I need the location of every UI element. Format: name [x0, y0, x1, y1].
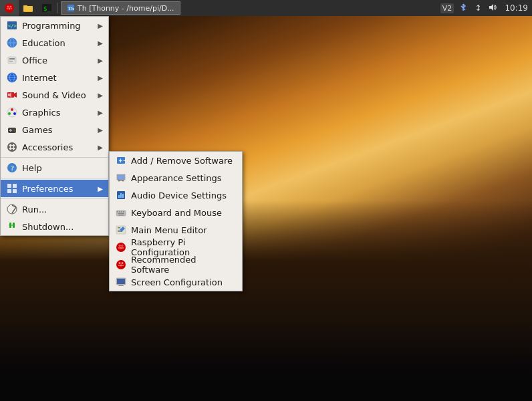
svg-point-90	[122, 262, 124, 264]
menu-item-games[interactable]: Games ▶	[1, 121, 108, 138]
menu-item-education[interactable]: Education ▶	[1, 34, 108, 51]
preferences-label: Preferences	[22, 184, 73, 194]
add-remove-svg: +−	[116, 155, 126, 166]
recommended-svg	[116, 259, 126, 270]
internet-arrow: ▶	[98, 74, 103, 82]
accessories-icon	[6, 141, 18, 153]
submenu-item-rpi-config[interactable]: Raspberry Pi Configuration	[110, 239, 242, 256]
svg-point-86	[118, 247, 120, 249]
clock: 10:19	[502, 3, 528, 13]
sound-video-arrow: ▶	[98, 92, 103, 99]
menu-item-internet[interactable]: Internet ▶	[1, 69, 108, 86]
tray-volume[interactable]	[486, 3, 499, 14]
svg-rect-45	[14, 146, 16, 148]
submenu-item-add-remove[interactable]: +− Add / Remove Software	[110, 152, 242, 169]
svg-text:?: ?	[11, 164, 14, 172]
education-svg	[7, 37, 17, 48]
internet-label: Internet	[22, 73, 57, 83]
programming-label: Programming	[22, 21, 81, 31]
graphics-svg	[7, 107, 17, 118]
raspberry-menu-button[interactable]	[0, 0, 19, 16]
accessories-label: Accessories	[22, 142, 73, 152]
rpi-config-svg	[116, 242, 126, 253]
add-remove-icon: +−	[115, 154, 127, 166]
svg-point-93	[122, 265, 124, 266]
svg-text:Th: Th	[68, 6, 74, 11]
audio-svg	[116, 190, 126, 200]
sound-video-label: Sound & Video	[22, 90, 86, 100]
internet-svg	[7, 72, 17, 83]
office-svg	[7, 55, 17, 65]
svg-point-39	[15, 130, 16, 132]
screen-icon	[115, 276, 127, 288]
menu-separator-1	[1, 157, 108, 158]
submenu-item-recommended[interactable]: Recommended Software	[110, 256, 242, 273]
menu-separator-2	[1, 178, 108, 178]
tray-network[interactable]: ↕	[473, 3, 483, 13]
svg-rect-66	[118, 195, 120, 198]
appearance-svg	[116, 172, 126, 183]
thonny-window-button[interactable]: Th Th [Thonny - /home/pi/D...	[61, 1, 180, 15]
submenu-item-menu-editor[interactable]: Main Menu Editor	[110, 221, 242, 239]
svg-point-34	[8, 112, 11, 115]
taskbar-left: $_ Th Th [Thonny - /home/pi/D...	[0, 0, 440, 16]
menu-item-sound-video[interactable]: Sound & Video ▶	[1, 86, 108, 104]
svg-rect-96	[119, 285, 123, 285]
menu-item-programming[interactable]: </> Programming ▶	[1, 17, 108, 34]
terminal-button[interactable]: $_	[37, 0, 56, 16]
add-remove-label: Add / Remove Software	[131, 156, 233, 166]
preferences-arrow: ▶	[98, 185, 103, 192]
main-menu: </> Programming ▶ Education ▶	[0, 16, 109, 236]
menu-item-office[interactable]: Office ▶	[1, 51, 108, 69]
filemanager-button[interactable]	[19, 0, 37, 16]
svg-rect-70	[117, 211, 118, 213]
svg-rect-49	[13, 184, 17, 188]
tray-v2[interactable]: V2	[440, 3, 454, 13]
games-label: Games	[22, 125, 52, 135]
submenu-item-appearance[interactable]: Appearance Settings	[110, 169, 242, 186]
svg-rect-50	[7, 189, 11, 193]
svg-point-85	[120, 247, 122, 249]
svg-point-3	[9, 8, 11, 10]
games-icon	[6, 124, 18, 136]
screen-svg	[116, 277, 126, 287]
folder-icon	[23, 3, 33, 13]
submenu-item-keyboard[interactable]: Keyboard and Mouse	[110, 204, 242, 221]
submenu-item-screen[interactable]: Screen Configuration	[110, 273, 242, 291]
programming-arrow: ▶	[98, 22, 103, 29]
svg-rect-21	[9, 59, 15, 60]
run-icon	[6, 203, 18, 215]
appearance-icon	[115, 172, 127, 184]
menu-item-shutdown[interactable]: Shutdown...	[1, 218, 108, 235]
svg-rect-72	[121, 211, 122, 213]
svg-rect-74	[118, 213, 124, 215]
tray-bluetooth[interactable]	[456, 3, 470, 14]
svg-text:+−: +−	[118, 158, 126, 164]
svg-point-92	[118, 265, 120, 266]
screen-label: Screen Configuration	[131, 277, 223, 287]
menu-item-preferences[interactable]: Preferences ▶	[1, 180, 108, 197]
shutdown-svg	[7, 221, 17, 232]
svg-point-2	[10, 6, 12, 8]
preferences-submenu: +− Add / Remove Software Appearance Sett…	[109, 151, 243, 291]
menu-editor-svg	[116, 225, 126, 235]
education-icon	[6, 37, 18, 49]
sound-video-svg	[7, 90, 17, 100]
menu-item-graphics[interactable]: Graphics ▶	[1, 104, 108, 121]
menu-item-run[interactable]: Run...	[1, 200, 108, 218]
menu-item-help[interactable]: ? Help	[1, 159, 108, 176]
svg-rect-71	[119, 211, 120, 213]
svg-text:</>: </>	[8, 23, 17, 29]
sound-video-icon	[6, 89, 18, 101]
office-arrow: ▶	[98, 57, 103, 64]
svg-rect-77	[118, 227, 120, 228]
menu-item-accessories[interactable]: Accessories ▶	[1, 138, 108, 156]
keyboard-icon	[115, 207, 127, 219]
submenu-item-audio[interactable]: Audio Device Settings	[110, 186, 242, 204]
svg-rect-48	[7, 184, 11, 188]
svg-rect-95	[117, 279, 125, 284]
shutdown-label: Shutdown...	[22, 222, 74, 232]
menu-editor-icon	[115, 224, 127, 236]
terminal-icon: $_	[41, 3, 52, 13]
raspberry-icon	[4, 3, 15, 13]
